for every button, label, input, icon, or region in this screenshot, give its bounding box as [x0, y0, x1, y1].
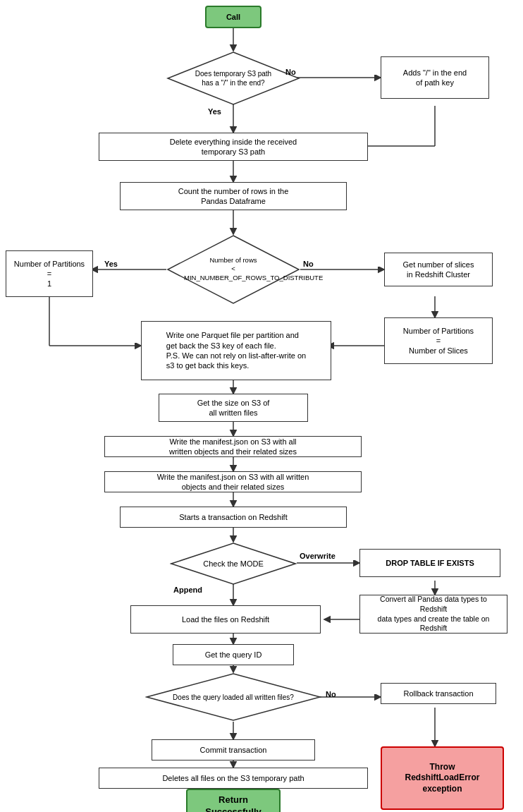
return-success-node: Return Successfully: [186, 789, 281, 812]
commit-transaction-node: Commit transaction: [152, 739, 315, 761]
throw-error-node: Throw RedshiftLoadError exception: [381, 746, 504, 810]
label-no-rows: No: [303, 260, 314, 268]
get-query-id-node: Get the query ID: [173, 644, 294, 665]
svg-marker-32: [171, 543, 295, 584]
diamond-query: Does the query loaded all written files?: [145, 672, 321, 722]
get-size-node: Get the size on S3 of all written files: [159, 394, 308, 422]
diamond-mode: Check the MODE: [170, 542, 297, 586]
delete-everything-node: Delete everything inside the received te…: [99, 133, 368, 161]
call-node: Call: [205, 6, 262, 28]
write-manifest2-node: Write the manifest.json on S3 with all w…: [104, 471, 362, 492]
starts-transaction-node: Starts a transaction on Redshift: [120, 507, 347, 528]
label-yes-rows: Yes: [104, 260, 118, 268]
rollback-node: Rollback transaction: [381, 683, 496, 704]
write-manifest1-node: Write the manifest.json on S3 with all w…: [104, 436, 362, 457]
load-files-node: Load the files on Redshift: [130, 605, 321, 634]
flowchart-diagram: Call Does temporary S3 path has a "/" in…: [0, 0, 523, 812]
num-partitions-1-node: Number of Partitions = 1: [6, 250, 93, 297]
count-rows-node: Count the number of rows in the Pandas D…: [120, 182, 347, 210]
adds-slash-node: Adds "/" in the end of path key: [381, 56, 489, 99]
write-parquet-node: Write one Parquet file per partition and…: [141, 321, 331, 380]
label-append: Append: [173, 586, 202, 594]
label-no-top: No: [285, 68, 296, 76]
label-no-query: No: [326, 690, 336, 698]
svg-marker-33: [147, 674, 320, 720]
num-partitions-slices-node: Number of Partitions = Number of Slices: [384, 317, 493, 364]
get-num-slices-node: Get number of slices in Redshift Cluster: [384, 253, 493, 286]
label-overwrite: Overwrite: [300, 552, 336, 560]
deletes-all-files-node: Deletes all files on the S3 temporary pa…: [99, 768, 368, 789]
convert-pandas-node: Convert all Pandas data types to Redshif…: [359, 595, 507, 634]
diamond-rows: Number of rows < MIN_NUMBER_OF_ROWS_TO_D…: [166, 234, 300, 305]
diamond-s3-path: Does temporary S3 path has a "/" in the …: [166, 51, 300, 106]
svg-marker-30: [168, 52, 299, 104]
drop-table-node: DROP TABLE IF EXISTS: [359, 549, 500, 577]
svg-marker-31: [168, 236, 299, 303]
label-yes-top: Yes: [208, 107, 221, 116]
